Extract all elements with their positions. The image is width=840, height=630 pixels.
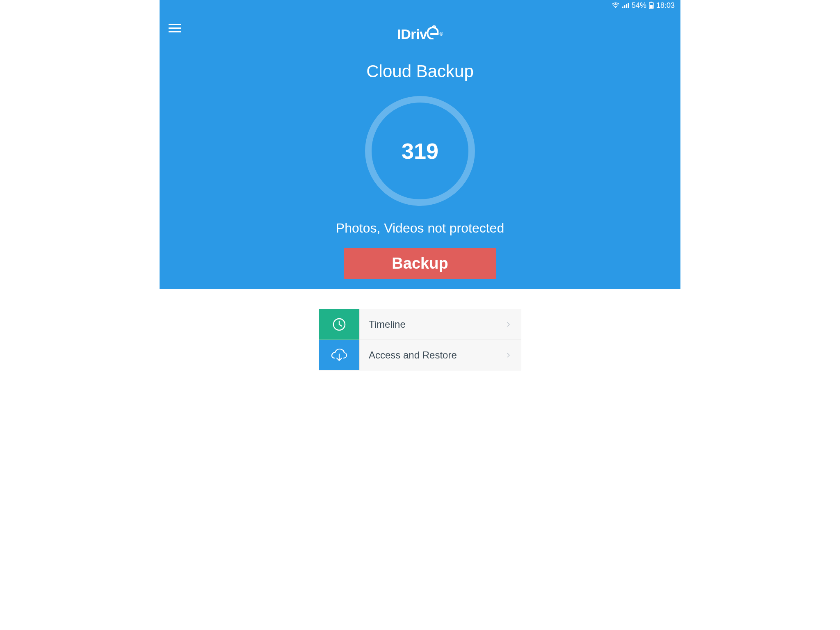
progress-ring: 319	[363, 94, 477, 208]
svg-rect-2	[624, 5, 625, 8]
hero-section: 54% 18:03 IDriv	[160, 0, 680, 289]
svg-rect-7	[650, 5, 653, 8]
menu-item-timeline[interactable]: Timeline	[319, 309, 521, 340]
app-logo: IDriv ®	[397, 25, 443, 43]
menu-list: Timeline Access and Restore	[319, 309, 521, 370]
svg-rect-3	[626, 4, 627, 8]
svg-point-0	[615, 7, 616, 8]
logo-e-icon	[427, 25, 438, 43]
backup-button[interactable]: Backup	[344, 248, 496, 279]
chevron-right-icon	[496, 309, 521, 340]
logo-registered-mark: ®	[439, 31, 443, 37]
page-title: Cloud Backup	[160, 62, 680, 81]
battery-icon	[649, 2, 654, 9]
app-screen: 54% 18:03 IDriv	[160, 0, 680, 391]
menu-item-label: Timeline	[359, 309, 496, 340]
svg-rect-4	[628, 3, 629, 8]
backup-button-label: Backup	[392, 255, 448, 272]
hamburger-icon	[169, 24, 181, 33]
menu-item-access-restore[interactable]: Access and Restore	[319, 340, 521, 370]
svg-rect-8	[169, 24, 181, 25]
signal-icon	[622, 2, 629, 9]
menu-item-label: Access and Restore	[359, 340, 496, 370]
status-bar: 54% 18:03	[612, 0, 675, 11]
unprotected-count: 319	[363, 94, 477, 208]
cloud-download-icon	[319, 340, 359, 370]
menu-section: Timeline Access and Restore	[160, 309, 680, 370]
clock-icon	[319, 309, 359, 340]
battery-percent-label: 54%	[632, 1, 646, 10]
menu-button[interactable]	[169, 24, 181, 33]
svg-rect-1	[622, 7, 623, 8]
logo-text-part: IDriv	[397, 26, 427, 42]
status-text: Photos, Videos not protected	[160, 221, 680, 236]
svg-rect-10	[169, 31, 181, 32]
chevron-right-icon	[496, 340, 521, 370]
svg-rect-9	[169, 27, 181, 29]
clock-label: 18:03	[656, 1, 675, 10]
wifi-icon	[612, 2, 619, 9]
